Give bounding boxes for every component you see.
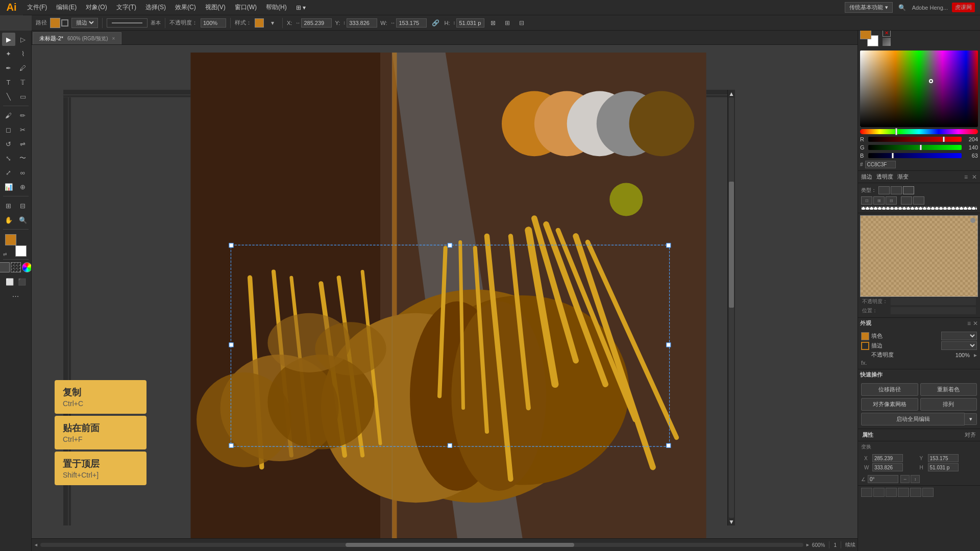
warp-tool[interactable]: 〜 <box>16 152 30 165</box>
b-slider-track[interactable] <box>868 153 962 158</box>
align-icon[interactable]: ⊞ <box>502 17 513 29</box>
offset-path-btn[interactable]: 位移路径 <box>861 383 918 396</box>
foreground-swatch[interactable] <box>5 234 16 245</box>
recolor-btn[interactable]: 重新着色 <box>920 383 977 396</box>
ctx-copy[interactable]: 复制 Ctrl+C <box>55 380 146 414</box>
curvature-tool[interactable]: 🖊 <box>16 61 30 74</box>
ctx-bring-front[interactable]: 置于顶层 Shift+Ctrl+] <box>55 452 146 485</box>
stroke-icon-1[interactable] <box>878 186 890 194</box>
menu-view[interactable]: 视图(V) <box>201 0 230 15</box>
angle-input[interactable] <box>868 475 898 483</box>
transparency-panel-tab[interactable]: 透明度 <box>876 173 893 181</box>
align-left-edge-icon[interactable] <box>861 488 872 497</box>
y-coord-input[interactable] <box>347 18 377 28</box>
flip-h-icon[interactable]: ↔ <box>900 475 910 483</box>
y-tf-input[interactable] <box>928 454 959 462</box>
stroke-blendmode-select[interactable] <box>941 341 977 350</box>
r-slider-track[interactable] <box>868 137 962 142</box>
opacity-input[interactable] <box>201 18 226 28</box>
align-right-edge-icon[interactable] <box>886 488 897 497</box>
x-coord-input[interactable] <box>301 18 332 28</box>
hand-tool[interactable]: ✋ <box>2 213 15 227</box>
scroll-down-btn[interactable]: ▼ <box>728 518 735 525</box>
rotate-tool[interactable]: ↺ <box>2 137 15 151</box>
hex-input[interactable] <box>865 161 896 168</box>
document-tab[interactable]: 未标题-2* 600% (RGB/预览) × <box>33 32 121 44</box>
mini-panels-menu[interactable]: ≡ <box>964 173 968 181</box>
slice-tool[interactable]: ⊟ <box>16 199 30 212</box>
fill-swatch-opt[interactable] <box>50 18 60 28</box>
paintbrush-tool[interactable]: 🖌 <box>2 109 15 122</box>
x-tf-input[interactable] <box>872 454 903 462</box>
menu-effect[interactable]: 效果(C) <box>171 0 200 15</box>
g-slider-track[interactable] <box>868 145 962 150</box>
width-tool[interactable]: ⤢ <box>2 166 15 179</box>
g-slider-thumb[interactable] <box>920 145 922 150</box>
type-tool[interactable]: T <box>2 76 15 89</box>
artboard-tool[interactable]: ⊞ <box>2 199 15 212</box>
stroke-appear-swatch[interactable] <box>861 342 869 350</box>
r-slider-thumb[interactable] <box>943 137 945 142</box>
scale-tool[interactable]: ⤡ <box>2 152 15 165</box>
shape-tool[interactable]: ▭ <box>16 90 30 103</box>
h-coord-input[interactable] <box>456 18 484 28</box>
type-vertical-tool[interactable]: 𝕋 <box>16 76 30 89</box>
eraser-tool[interactable]: ◻ <box>2 123 15 136</box>
w-tf-input[interactable] <box>872 463 903 471</box>
gradient-mode-btn[interactable] <box>22 262 32 272</box>
menu-object[interactable]: 对象(O) <box>82 0 111 15</box>
background-swatch[interactable] <box>15 245 27 257</box>
align-bottom-edge-icon[interactable] <box>922 488 934 497</box>
scroll-left-btn[interactable]: ◄ <box>34 542 38 547</box>
gradient-fill-icon[interactable] <box>883 38 891 46</box>
draw-mode-dropdown[interactable]: 描边 <box>74 19 95 26</box>
align-h-center-icon[interactable] <box>873 488 885 497</box>
style-dropdown-icon[interactable]: ▾ <box>267 17 278 29</box>
h-scroll-thumb[interactable] <box>346 543 575 547</box>
canvas-area[interactable]: 复制 Ctrl+C 贴在前面 Ctrl+F 置于顶层 Shift+Ctrl+] … <box>32 45 857 538</box>
symbol-tool[interactable]: ⊕ <box>16 180 30 193</box>
opacity-preview-info[interactable] <box>970 218 975 223</box>
hue-slider-thumb[interactable] <box>895 128 897 135</box>
scissors-tool[interactable]: ✂ <box>16 123 30 136</box>
menu-extra[interactable]: ⊞ ▾ <box>292 0 310 15</box>
fx-label[interactable]: fx. <box>861 360 867 366</box>
reflect-tool[interactable]: ⇌ <box>16 137 30 151</box>
h-tf-input[interactable] <box>928 463 959 471</box>
menu-text[interactable]: 文字(T) <box>112 0 140 15</box>
w-coord-input[interactable] <box>396 18 427 28</box>
stroke-panel-tab[interactable]: 描边 <box>861 173 872 181</box>
stroke-align-inside[interactable]: ⊡ <box>861 196 872 205</box>
stroke-cap-2[interactable] <box>913 196 924 205</box>
scroll-up-btn[interactable]: ▲ <box>728 90 735 97</box>
align-v-center-icon[interactable] <box>910 488 921 497</box>
fill-appear-swatch[interactable] <box>861 332 869 340</box>
appearance-close-icon[interactable]: ✕ <box>973 320 978 327</box>
lasso-tool[interactable]: ⌇ <box>16 47 30 60</box>
stroke-align-outside[interactable]: ⊟ <box>886 196 897 205</box>
align-top-edge-icon[interactable] <box>898 488 909 497</box>
swap-colors-icon[interactable]: ⇄ <box>3 252 7 257</box>
direct-selection-tool[interactable]: ▷ <box>16 33 30 46</box>
global-edit-dropdown-btn[interactable]: ▾ <box>965 413 977 425</box>
arrange-btn[interactable]: 排列 <box>920 398 977 411</box>
menu-file[interactable]: 文件(F) <box>23 0 51 15</box>
gradient-panel-tab[interactable]: 渐变 <box>897 173 909 181</box>
scroll-right-btn[interactable]: ► <box>805 542 810 547</box>
stroke-icon-2[interactable] <box>891 186 902 194</box>
v-scroll-thumb[interactable] <box>729 182 734 308</box>
selection-tool[interactable]: ▶ <box>2 33 15 46</box>
stroke-align-center[interactable]: ⊞ <box>873 196 885 205</box>
zoom-tool[interactable]: 🔍 <box>16 213 30 227</box>
vertical-scrollbar[interactable]: ▲ ▼ <box>727 90 735 525</box>
column-graph-tool[interactable]: 📊 <box>2 180 15 193</box>
b-slider-thumb[interactable] <box>892 153 894 158</box>
magic-wand-tool[interactable]: ✦ <box>2 47 15 60</box>
hue-slider[interactable] <box>860 129 978 134</box>
style-swatch[interactable] <box>255 18 264 28</box>
tab-close-btn[interactable]: × <box>112 36 115 41</box>
align-pixel-grid-btn[interactable]: 对齐像素网格 <box>861 398 918 411</box>
search-icon[interactable]: 🔍 <box>897 2 908 13</box>
mini-panels-close[interactable]: ✕ <box>972 173 977 181</box>
blend-tool[interactable]: ∞ <box>16 166 30 179</box>
